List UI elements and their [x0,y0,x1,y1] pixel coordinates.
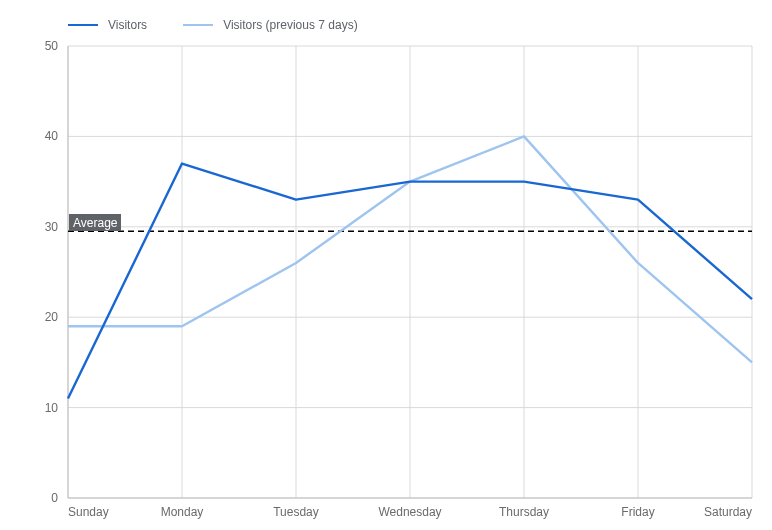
legend-label: Visitors (previous 7 days) [223,18,358,32]
legend-item-visitors-prev: Visitors (previous 7 days) [183,18,358,32]
legend-swatch [183,24,213,26]
svg-text:Sunday: Sunday [68,505,109,519]
legend-item-visitors: Visitors [68,18,147,32]
svg-text:0: 0 [51,491,58,505]
svg-text:Saturday: Saturday [704,505,752,519]
legend: Visitors Visitors (previous 7 days) [68,18,358,32]
legend-label: Visitors [108,18,147,32]
svg-text:30: 30 [45,220,59,234]
svg-text:40: 40 [45,129,59,143]
svg-text:Tuesday: Tuesday [273,505,319,519]
svg-text:Wednesday: Wednesday [378,505,441,519]
svg-text:Friday: Friday [621,505,654,519]
svg-text:50: 50 [45,39,59,53]
line-chart: 01020304050SundayMondayTuesdayWednesdayT… [0,0,772,530]
svg-text:20: 20 [45,310,59,324]
average-label: Average [69,214,121,231]
svg-text:Monday: Monday [161,505,204,519]
chart-container: Visitors Visitors (previous 7 days) Aver… [0,0,772,530]
svg-text:10: 10 [45,401,59,415]
svg-text:Thursday: Thursday [499,505,549,519]
legend-swatch [68,24,98,26]
